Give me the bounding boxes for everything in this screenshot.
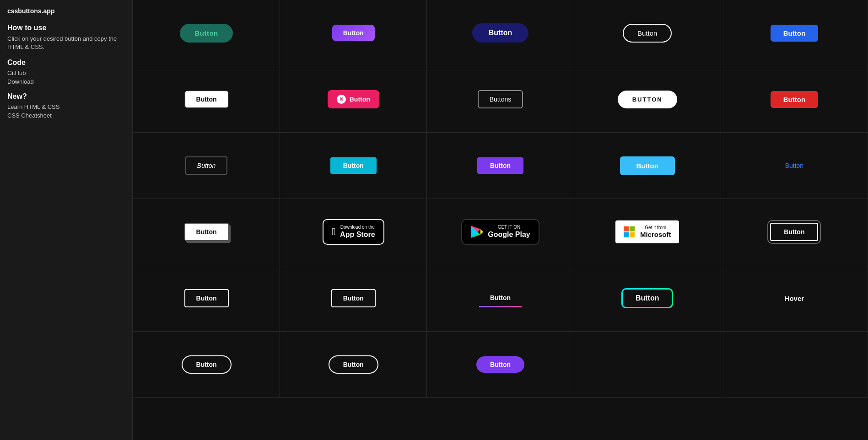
app-store-text: Download on the App Store <box>340 225 375 239</box>
btn-underline-gradient[interactable]: Button <box>479 290 522 307</box>
btn-simple-outline[interactable]: Button <box>184 289 229 307</box>
app-store-big: App Store <box>340 230 375 239</box>
new-section: New? Learn HTML & CSS CSS Cheatsheet <box>7 92 125 119</box>
cell-r6-c4 <box>574 332 721 398</box>
btn-outline-white-pill[interactable]: Button <box>623 24 672 43</box>
btn-red-square[interactable]: Button <box>771 91 818 108</box>
microsoft-logo-icon <box>624 226 635 237</box>
site-title: cssbuttons.app <box>7 7 125 15</box>
cell-r6-c5 <box>721 332 868 398</box>
microsoft-small: Get it from <box>640 225 671 231</box>
cell-r2-c5: Button <box>721 66 868 133</box>
btn-red-icon[interactable]: ✕ Button <box>328 90 379 108</box>
svg-marker-3 <box>480 229 483 235</box>
btn-gradient-border[interactable]: Button <box>623 290 672 307</box>
btn-white-pill-caps[interactable]: BUTTON <box>618 91 677 108</box>
btn-double-border[interactable]: Button <box>770 223 818 241</box>
how-to-use-desc: Click on your desired button and copy th… <box>7 35 125 51</box>
btn-gradient-border-wrap: Button <box>621 288 674 308</box>
btn-hover-text[interactable]: Hover <box>776 290 814 307</box>
cell-r3-c2: Button <box>280 133 427 199</box>
btn-purple-solid[interactable]: Button <box>477 157 523 174</box>
btn-italic-outline[interactable]: Button <box>185 156 227 175</box>
cell-r5-c4: Button <box>574 265 721 332</box>
btn-pill-outline[interactable]: Button <box>182 355 232 374</box>
btn-cyan-solid[interactable]: Button <box>330 157 377 174</box>
code-heading: Code <box>7 59 125 67</box>
google-play-text: GET IT ON Google Play <box>488 225 530 239</box>
google-play-icon <box>470 225 483 238</box>
cell-r1-c1: Button <box>133 0 280 66</box>
red-icon-circle: ✕ <box>337 95 346 104</box>
how-to-use-section: How to use Click on your desired button … <box>7 24 125 51</box>
new-heading: New? <box>7 92 125 101</box>
btn-pill-outline-2[interactable]: Button <box>329 355 378 374</box>
cell-r2-c1: Button <box>133 66 280 133</box>
btn-simple-outline-2[interactable]: Button <box>331 289 376 307</box>
btn-light-blue[interactable]: Button <box>620 156 675 175</box>
css-cheatsheet-link[interactable]: CSS Cheatsheet <box>7 112 125 119</box>
cell-r4-c2:  Download on the App Store <box>280 199 427 265</box>
code-section: Code GitHub Download <box>7 59 125 85</box>
button-grid: Button Button Button Button Button Butto… <box>133 0 868 398</box>
learn-html-css-link[interactable]: Learn HTML & CSS <box>7 103 125 110</box>
how-to-use-heading: How to use <box>7 24 125 32</box>
btn-purple-gradient[interactable]: Button <box>332 25 375 41</box>
cell-r3-c4: Button <box>574 133 721 199</box>
btn-outline-dark-border[interactable]: Buttons <box>478 90 523 108</box>
btn-ghost-blue[interactable]: Button <box>776 157 813 174</box>
cell-r1-c4: Button <box>574 0 721 66</box>
btn-purple-pill[interactable]: Button <box>476 356 524 373</box>
sidebar: cssbuttons.app How to use Click on your … <box>0 0 133 440</box>
btn-microsoft[interactable]: Get it from Microsoft <box>615 220 679 243</box>
btn-3d[interactable]: Button <box>184 223 229 241</box>
cell-r2-c4: BUTTON <box>574 66 721 133</box>
microsoft-big: Microsoft <box>640 231 671 239</box>
cell-r2-c2: ✕ Button <box>280 66 427 133</box>
btn-blue-solid[interactable]: Button <box>771 25 818 42</box>
download-link[interactable]: Download <box>7 78 125 85</box>
cell-r3-c1: Button <box>133 133 280 199</box>
cell-r4-c3: GET IT ON Google Play <box>427 199 574 265</box>
btn-app-store[interactable]:  Download on the App Store <box>323 219 384 244</box>
cell-r5-c1: Button <box>133 265 280 332</box>
main-content: Button Button Button Button Button Butto… <box>133 0 868 440</box>
cell-r5-c3: Button <box>427 265 574 332</box>
btn-teal-pill[interactable]: Button <box>180 24 232 43</box>
cell-r3-c5: Button <box>721 133 868 199</box>
cell-r6-c1: Button <box>133 332 280 398</box>
apple-icon:  <box>332 227 335 237</box>
cell-r4-c5: Button <box>721 199 868 265</box>
cell-r4-c1: Button <box>133 199 280 265</box>
cell-r5-c2: Button <box>280 265 427 332</box>
cell-r6-c3: Button <box>427 332 574 398</box>
btn-outline-black[interactable]: Button <box>184 90 229 108</box>
google-play-small: GET IT ON <box>488 225 530 230</box>
cell-r5-c5: Hover <box>721 265 868 332</box>
microsoft-text: Get it from Microsoft <box>640 225 671 239</box>
cell-r2-c3: Buttons <box>427 66 574 133</box>
app-store-small: Download on the <box>340 225 375 230</box>
cell-r1-c2: Button <box>280 0 427 66</box>
cell-r3-c3: Button <box>427 133 574 199</box>
cell-r6-c2: Button <box>280 332 427 398</box>
github-link[interactable]: GitHub <box>7 70 125 76</box>
cell-r4-c4: Get it from Microsoft <box>574 199 721 265</box>
btn-dark-blue-pill[interactable]: Button <box>472 23 529 43</box>
google-play-big: Google Play <box>488 230 530 239</box>
cell-r1-c5: Button <box>721 0 868 66</box>
btn-red-icon-label: Button <box>350 96 370 103</box>
cell-r1-c3: Button <box>427 0 574 66</box>
btn-google-play[interactable]: GET IT ON Google Play <box>461 219 539 244</box>
